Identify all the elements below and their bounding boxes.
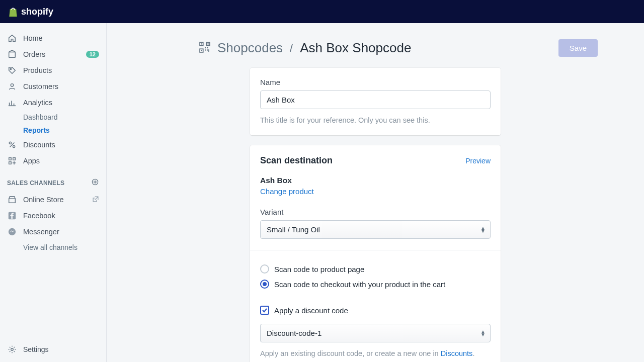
sidebar-item-settings[interactable]: Settings: [0, 340, 106, 362]
preview-link[interactable]: Preview: [465, 157, 491, 165]
name-input[interactable]: [260, 90, 491, 109]
sidebar-item-home[interactable]: Home: [0, 30, 106, 46]
svg-rect-16: [208, 43, 209, 44]
sidebar-item-label: Home: [23, 34, 43, 42]
svg-point-12: [11, 348, 14, 351]
apps-icon: [7, 156, 17, 165]
svg-rect-18: [201, 50, 202, 51]
name-label: Name: [260, 78, 491, 86]
radio-label: Scan code to checkout with your product …: [274, 280, 445, 289]
radio-product-page[interactable]: Scan code to product page: [260, 261, 491, 277]
shopify-bag-icon: [8, 6, 18, 17]
name-help: This title is for your reference. Only y…: [260, 116, 491, 124]
checkbox-checked-icon: [260, 306, 269, 315]
name-card: Name This title is for your reference. O…: [250, 68, 501, 135]
settings-label: Settings: [23, 345, 49, 353]
subnav-reports[interactable]: Reports: [23, 124, 106, 137]
divider: [250, 250, 501, 250]
topbar: shopify: [0, 0, 644, 23]
page-header: Shopcodes / Ash Box Shopcode Save: [199, 40, 551, 56]
discounts-link[interactable]: Discounts: [441, 349, 473, 357]
home-icon: [7, 34, 17, 43]
messenger-icon: [7, 227, 17, 236]
breadcrumb-parent[interactable]: Shopcodes: [217, 40, 283, 56]
svg-rect-0: [9, 52, 16, 58]
scan-title: Scan destination: [260, 155, 333, 166]
percent-icon: [7, 140, 17, 149]
variant-select[interactable]: Small / Tung Oil: [260, 220, 491, 239]
channel-label: Online Store: [23, 196, 64, 204]
channel-online-store[interactable]: Online Store: [0, 192, 106, 208]
svg-rect-5: [9, 158, 12, 160]
apply-discount-checkbox[interactable]: Apply a discount code: [260, 303, 491, 318]
tag-icon: [7, 66, 17, 75]
sidebar-item-discounts[interactable]: Discounts: [0, 137, 106, 153]
person-icon: [7, 82, 17, 91]
channels-header: SALES CHANNELS: [0, 169, 106, 192]
sidebar-item-analytics[interactable]: Analytics: [0, 95, 106, 111]
svg-point-2: [11, 84, 13, 86]
sidebar-item-products[interactable]: Products: [0, 62, 106, 78]
change-product-link[interactable]: Change product: [260, 187, 314, 196]
sidebar-item-label: Apps: [23, 157, 40, 165]
svg-rect-19: [205, 47, 206, 48]
radio-checkout[interactable]: Scan code to checkout with your product …: [260, 277, 491, 292]
svg-rect-9: [9, 199, 16, 203]
brand-text: shopify: [21, 7, 53, 17]
radio-icon-selected: [260, 280, 269, 289]
discount-help: Apply an existing discount code, or crea…: [260, 349, 491, 357]
channel-messenger[interactable]: Messenger: [0, 224, 106, 240]
sidebar-item-orders[interactable]: Orders 12: [0, 46, 106, 62]
brand-logo[interactable]: shopify: [8, 6, 53, 17]
channel-label: Facebook: [23, 212, 55, 220]
add-channel-icon[interactable]: [91, 178, 99, 188]
svg-rect-6: [13, 158, 16, 160]
svg-point-4: [13, 146, 15, 148]
sidebar-item-label: Discounts: [23, 141, 55, 149]
svg-point-1: [10, 68, 12, 70]
sidebar-item-label: Analytics: [23, 99, 52, 107]
qr-code-icon: [199, 42, 210, 54]
sidebar-item-customers[interactable]: Customers: [0, 78, 106, 95]
page-title: Ash Box Shopcode: [300, 40, 411, 56]
variant-label: Variant: [260, 208, 491, 216]
sidebar: Home Orders 12 Products: [0, 23, 107, 362]
scan-destination-card: Scan destination Preview Ash Box Change …: [250, 145, 501, 362]
main-content: Shopcodes / Ash Box Shopcode Save Name T…: [107, 23, 644, 362]
facebook-icon: [7, 211, 17, 220]
svg-rect-14: [201, 43, 202, 44]
store-icon: [7, 195, 17, 204]
gear-icon: [7, 345, 17, 354]
svg-rect-20: [207, 47, 208, 48]
bar-chart-icon: [7, 98, 17, 107]
channel-label: Messenger: [23, 228, 59, 236]
orders-icon: [7, 50, 17, 59]
svg-rect-7: [9, 162, 12, 164]
radio-icon: [260, 264, 269, 274]
view-all-channels[interactable]: View all channels: [0, 240, 106, 255]
svg-rect-21: [205, 49, 206, 50]
sidebar-item-label: Orders: [23, 50, 45, 58]
sidebar-item-label: Customers: [23, 82, 58, 90]
svg-point-3: [9, 142, 11, 144]
save-button[interactable]: Save: [558, 39, 598, 57]
discount-select[interactable]: Discount-code-1: [260, 324, 491, 342]
sidebar-item-apps[interactable]: Apps: [0, 153, 106, 169]
sidebar-item-label: Products: [23, 66, 52, 74]
subnav-dashboard[interactable]: Dashboard: [23, 111, 106, 124]
svg-point-11: [9, 228, 16, 235]
external-link-icon[interactable]: [92, 196, 99, 204]
product-name: Ash Box: [260, 176, 491, 185]
orders-badge: 12: [86, 51, 99, 58]
channel-facebook[interactable]: Facebook: [0, 208, 106, 224]
svg-rect-22: [207, 49, 209, 50]
breadcrumb-sep: /: [290, 42, 293, 55]
checkbox-label: Apply a discount code: [274, 306, 348, 315]
radio-label: Scan code to product page: [274, 265, 364, 274]
svg-rect-23: [208, 51, 209, 52]
